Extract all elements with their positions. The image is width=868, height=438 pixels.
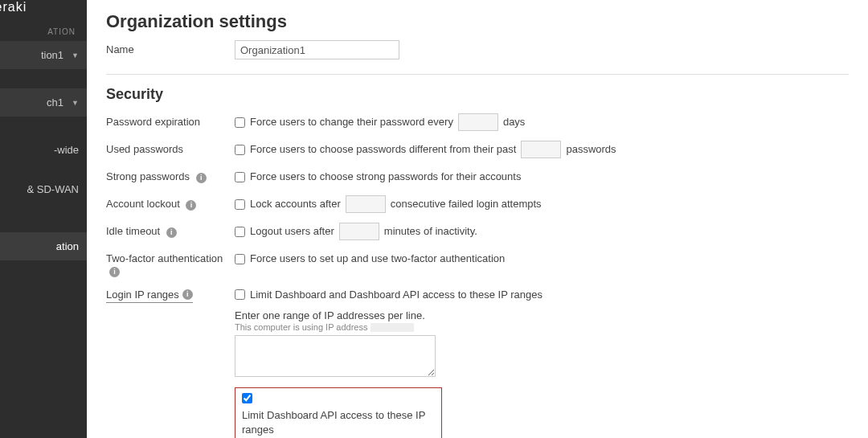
- org-name-input[interactable]: [235, 40, 399, 59]
- page-title: Organization settings: [106, 11, 849, 32]
- password-expiration-text-before: Force users to change their password eve…: [250, 113, 453, 132]
- info-icon[interactable]: i: [196, 173, 207, 183]
- ip-current-text: This computer is using IP address: [235, 322, 849, 333]
- row-password-expiration: Password expiration Force users to chang…: [106, 113, 849, 132]
- row-two-factor: Two-factor authentication i Force users …: [106, 249, 849, 277]
- chevron-down-icon: ▼: [72, 99, 79, 107]
- idle-timeout-text-before: Logout users after: [250, 222, 334, 241]
- info-icon[interactable]: i: [182, 289, 193, 300]
- login-ip-label: Login IP ranges i: [106, 285, 235, 303]
- password-expiration-checkbox[interactable]: [235, 117, 245, 128]
- row-account-lockout: Account lockout i Lock accounts after co…: [106, 194, 849, 214]
- sidebar-item-org[interactable]: tion1 ▼: [0, 41, 87, 69]
- account-lockout-checkbox[interactable]: [235, 199, 245, 210]
- sidebar-item-wide[interactable]: -wide: [0, 136, 87, 164]
- chevron-down-icon: ▼: [72, 51, 79, 59]
- sidebar-item-sdwan[interactable]: & SD-WAN: [0, 175, 87, 203]
- main-content: Organization settings Name Security Pass…: [87, 0, 868, 438]
- limit-dashboard-ip-checkbox[interactable]: [235, 289, 245, 300]
- dashboard-ip-textarea[interactable]: [235, 335, 436, 377]
- idle-timeout-minutes-input[interactable]: [339, 223, 379, 240]
- password-expiration-label: Password expiration: [106, 113, 235, 128]
- two-factor-text: Force users to set up and use two-factor…: [250, 249, 505, 268]
- info-icon[interactable]: i: [166, 227, 177, 238]
- idle-timeout-text-after: minutes of inactivity.: [384, 222, 477, 241]
- sidebar: vieraki ATION tion1 ▼ ch1 ▼ -wide & SD-W…: [0, 0, 87, 438]
- sidebar-item-label: ation: [56, 240, 79, 252]
- info-icon[interactable]: i: [109, 267, 120, 277]
- limit-api-ip-checkbox[interactable]: [242, 393, 252, 403]
- security-heading: Security: [106, 86, 849, 103]
- row-name: Name: [106, 40, 849, 59]
- account-lockout-count-input[interactable]: [346, 195, 386, 213]
- sidebar-item-label: tion1: [41, 49, 63, 61]
- info-icon[interactable]: i: [186, 200, 196, 211]
- row-used-passwords: Used passwords Force users to choose pas…: [106, 140, 849, 159]
- idle-timeout-checkbox[interactable]: [235, 227, 245, 237]
- api-ip-highlight-box: Limit Dashboard API access to these IP r…: [235, 387, 442, 438]
- strong-passwords-text: Force users to choose strong passwords f…: [250, 167, 521, 186]
- used-passwords-label: Used passwords: [106, 140, 235, 155]
- limit-api-ip-text: Limit Dashboard API access to these IP r…: [242, 408, 435, 437]
- used-passwords-text-after: passwords: [566, 140, 616, 159]
- account-lockout-text-before: Lock accounts after: [250, 194, 341, 214]
- used-passwords-count-input[interactable]: [521, 141, 561, 158]
- brand-logo-fragment: vieraki: [0, 0, 87, 19]
- password-expiration-days-input[interactable]: [458, 113, 498, 131]
- name-label: Name: [106, 40, 235, 55]
- sidebar-item-label: -wide: [54, 144, 79, 156]
- row-strong-passwords: Strong passwords i Force users to choose…: [106, 167, 849, 186]
- sidebar-item-network[interactable]: ch1 ▼: [0, 88, 87, 117]
- password-expiration-text-after: days: [503, 113, 525, 132]
- redacted-ip: [371, 323, 414, 332]
- used-passwords-text-before: Force users to choose passwords differen…: [250, 140, 516, 159]
- account-lockout-label: Account lockout i: [106, 194, 235, 211]
- strong-passwords-checkbox[interactable]: [235, 172, 245, 182]
- row-idle-timeout: Idle timeout i Logout users after minute…: [106, 222, 849, 241]
- ip-helper-text: Enter one range of IP addresses per line…: [235, 309, 849, 321]
- idle-timeout-label: Idle timeout i: [106, 222, 235, 238]
- two-factor-checkbox[interactable]: [235, 254, 245, 264]
- sidebar-section-label: ATION: [0, 19, 76, 41]
- sidebar-item-label: & SD-WAN: [27, 183, 79, 195]
- account-lockout-text-after: consecutive failed login attempts: [391, 194, 542, 214]
- sidebar-item-label: ch1: [47, 96, 63, 108]
- used-passwords-checkbox[interactable]: [235, 145, 245, 155]
- limit-dashboard-ip-text: Limit Dashboard and Dashboard API access…: [250, 285, 542, 305]
- divider: [106, 74, 849, 75]
- strong-passwords-label: Strong passwords i: [106, 167, 235, 183]
- sidebar-item-organization[interactable]: ation: [0, 232, 87, 260]
- row-login-ip: Login IP ranges i Limit Dashboard and Da…: [106, 285, 849, 439]
- two-factor-label: Two-factor authentication i: [106, 249, 235, 277]
